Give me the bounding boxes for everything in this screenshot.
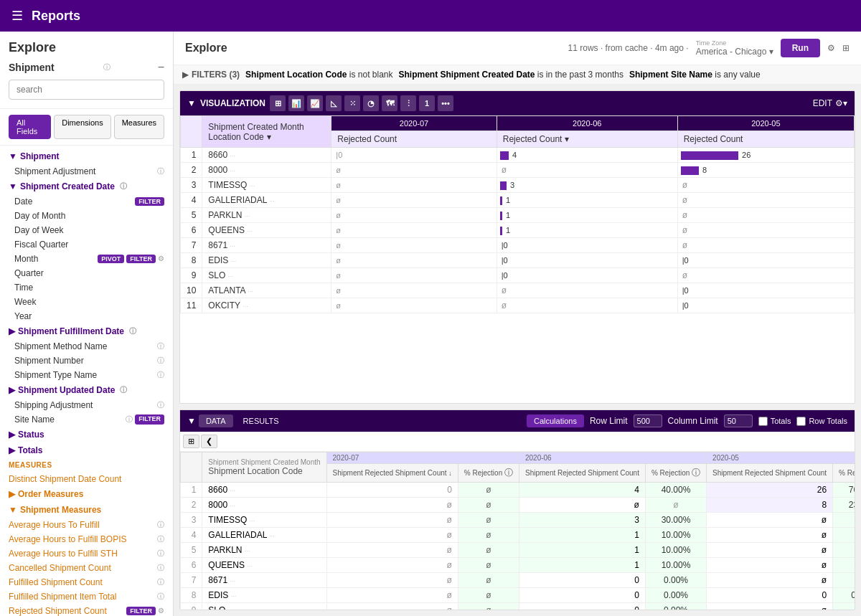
sidebar-item-shipment-adjustment[interactable]: Shipment Adjustment ⓘ: [0, 164, 173, 179]
settings-icon[interactable]: ⚙: [827, 43, 835, 53]
more-icon[interactable]: •••: [438, 95, 453, 111]
sidebar-item-avg-hours-bopis[interactable]: Average Hours to Fulfill BOPIS ⓘ: [0, 532, 173, 546]
tab-all-fields[interactable]: All Fields: [9, 115, 51, 139]
filter-item-2: Shipment Shipment Created Date is in the…: [399, 70, 624, 80]
bar-cell-06: ø: [497, 298, 677, 313]
bar-cell-06: ø: [497, 163, 677, 178]
tab-dimensions[interactable]: Dimensions: [54, 115, 110, 139]
sidebar-item-shipping-adjustment[interactable]: Shipping Adjustment ⓘ: [0, 398, 173, 412]
line-chart-icon[interactable]: 📈: [307, 95, 323, 111]
filter-toggle[interactable]: ▶ FILTERS (3): [182, 70, 240, 80]
shipment-label: Shipment: [9, 62, 55, 73]
row-totals-checkbox[interactable]: [796, 417, 806, 426]
sidebar-item-day-of-week[interactable]: Day of Week: [0, 223, 173, 237]
pie-chart-icon[interactable]: ◔: [363, 95, 379, 111]
sidebar-item-year[interactable]: Year: [0, 309, 173, 323]
table-icon[interactable]: ⊞: [270, 95, 286, 111]
bar-cell-06: ø: [497, 283, 677, 298]
search-input[interactable]: [9, 80, 164, 100]
sidebar-item-rejected-count[interactable]: Rejected Shipment Count FILTER ⚙: [0, 604, 173, 616]
shipment-updated-date-header[interactable]: ▶ Shipment Updated Date ⓘ: [0, 382, 173, 398]
calculations-button[interactable]: Calculations: [527, 414, 584, 427]
pct06-cell: 30.00%: [645, 513, 706, 528]
sidebar-item-shipment-type[interactable]: Shipment Type Name ⓘ: [0, 368, 173, 382]
sidebar-item-month[interactable]: Month PIVOT FILTER ⚙: [0, 252, 173, 266]
grid-icon[interactable]: ⊞: [842, 43, 850, 53]
order-measures-header[interactable]: ▶ Order Measures: [0, 486, 173, 502]
tab-data[interactable]: DATA: [199, 414, 233, 427]
col-limit-label: Column Limit: [668, 416, 718, 426]
location-code-cell: 8660 ···: [202, 148, 331, 163]
sidebar-item-fulfilled-item-total[interactable]: Fulfilled Shipment Item Total ⓘ: [0, 589, 173, 604]
results-table-container[interactable]: Shipment Shipment Created Month Shipment…: [180, 452, 855, 610]
map-icon[interactable]: 🗺: [382, 95, 397, 111]
tab-results[interactable]: RESULTS: [236, 414, 286, 427]
row-totals-checkbox-label[interactable]: Row Totals: [796, 417, 847, 426]
scroll-right-button[interactable]: ❮: [201, 435, 217, 448]
bar-cell-05: ø: [677, 238, 854, 253]
run-button[interactable]: Run: [781, 39, 820, 57]
rej05-cell: 8: [707, 498, 833, 513]
explore-title: Explore: [9, 40, 164, 55]
bar-chart-icon[interactable]: 📊: [288, 95, 304, 111]
group-label: Shipment Measures: [20, 505, 101, 515]
hamburger-icon[interactable]: ☰: [11, 8, 23, 24]
pct05-cell: ø: [833, 543, 855, 558]
shipment-created-date-header[interactable]: ▼ Shipment Created Date ⓘ: [0, 179, 173, 194]
collapse-button[interactable]: −: [158, 61, 164, 74]
timezone-dropdown-icon[interactable]: ▾: [769, 47, 773, 57]
row-num: 5: [181, 543, 202, 558]
sidebar-item-cancelled-shipment[interactable]: Cancelled Shipment Count ⓘ: [0, 561, 173, 575]
sidebar-item-fulfilled-shipment[interactable]: Fulfilled Shipment Count ⓘ: [0, 575, 173, 589]
sort-icon[interactable]: ▾: [267, 132, 271, 142]
shipment-fulfillment-date-header[interactable]: ▶ Shipment Fulfillment Date ⓘ: [0, 323, 173, 339]
settings-icon[interactable]: ⚙: [158, 255, 164, 263]
row-num: 8: [181, 588, 202, 603]
pct06-cell: 0.00%: [645, 573, 706, 588]
bar-cell-07: ø: [331, 193, 497, 208]
sidebar-item-fiscal-quarter[interactable]: Fiscal Quarter: [0, 237, 173, 252]
sidebar-item-time[interactable]: Time: [0, 280, 173, 295]
rej05-cell: ø: [707, 543, 833, 558]
timezone-group: Time Zone America - Chicago ▾: [696, 39, 773, 57]
shipment-measures-header[interactable]: ▼ Shipment Measures: [0, 502, 173, 518]
pct07-cell: ø: [458, 588, 519, 603]
shipment-group-header[interactable]: ▼ Shipment: [0, 148, 173, 164]
sidebar-item-shipment-number[interactable]: Shipment Number ⓘ: [0, 354, 173, 368]
bar-cell-05: 8: [677, 163, 854, 178]
pct07-cell: ø: [458, 603, 519, 610]
row-num: 2: [181, 498, 202, 513]
pct05-cell: ø: [833, 603, 855, 610]
sidebar-item-shipment-method[interactable]: Shipment Method Name ⓘ: [0, 339, 173, 354]
sort-icon[interactable]: ▾: [565, 134, 569, 144]
sidebar-item-quarter[interactable]: Quarter: [0, 266, 173, 280]
info-icon: ⓘ: [157, 400, 164, 410]
totals-checkbox-label[interactable]: Totals: [758, 417, 791, 426]
rej06-cell: 3: [519, 513, 645, 528]
scroll-left-button[interactable]: ⊞: [183, 435, 199, 448]
col-limit-input[interactable]: [724, 414, 753, 427]
scatter-icon[interactable]: ⁙: [344, 95, 360, 111]
settings-icon[interactable]: ⚙▾: [835, 98, 847, 108]
sidebar-item-avg-hours-fulfill[interactable]: Average Hours To Fulfill ⓘ: [0, 518, 173, 532]
group-label: Order Measures: [18, 489, 83, 499]
rej07-cell: ø: [326, 573, 458, 588]
sidebar-item-day-of-month[interactable]: Day of Month: [0, 209, 173, 223]
page-title: Explore: [185, 42, 227, 55]
sidebar-item-avg-hours-sth[interactable]: Average Hours to Fulfill STH ⓘ: [0, 546, 173, 561]
area-chart-icon[interactable]: ◺: [326, 95, 342, 111]
sidebar-item-site-name[interactable]: Site Name ⓘ FILTER: [0, 412, 173, 427]
sidebar-item-date[interactable]: Date FILTER: [0, 194, 173, 209]
sidebar-item-week[interactable]: Week: [0, 295, 173, 309]
edit-label[interactable]: EDIT: [813, 98, 832, 108]
totals-header[interactable]: ▶ Totals: [0, 442, 173, 458]
totals-checkbox[interactable]: [758, 417, 768, 426]
sidebar-item-distinct-shipment[interactable]: Distinct Shipment Date Count: [0, 472, 173, 486]
single-value-icon[interactable]: 1: [419, 95, 435, 111]
status-header[interactable]: ▶ Status: [0, 427, 173, 442]
tab-measures[interactable]: Measures: [114, 115, 164, 139]
viz-table-container[interactable]: Shipment Created Month Location Code ▾ 2…: [180, 115, 855, 403]
row-limit-input[interactable]: [634, 414, 662, 427]
funnel-icon[interactable]: ⋮: [400, 95, 416, 111]
settings-icon[interactable]: ⚙: [158, 607, 164, 615]
